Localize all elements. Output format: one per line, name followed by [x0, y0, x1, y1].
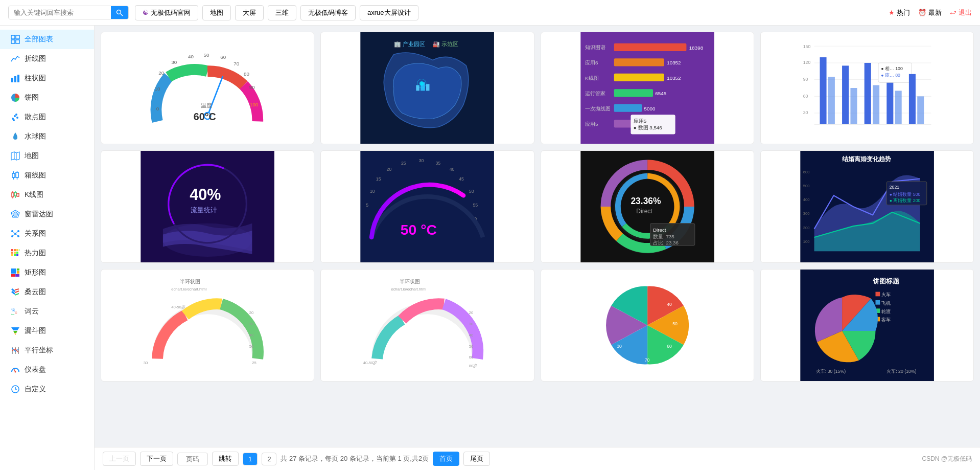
svg-text:18398: 18398: [689, 45, 703, 51]
chart-card-11[interactable]: 40 50 60 70 30: [541, 269, 754, 382]
sidebar-item-line[interactable]: 折线图: [0, 49, 94, 69]
page-number-input[interactable]: [177, 453, 208, 465]
nav-tab-bigscreen[interactable]: 大屏: [235, 5, 264, 20]
nav-tab-official[interactable]: ☯ 无极低码官网: [135, 5, 198, 20]
sidebar-item-radar[interactable]: 窗雷达图: [0, 205, 94, 224]
chart-card-12[interactable]: 饼图标题 火车 飞机 轮渡 客车: [760, 269, 974, 382]
sidebar-item-heat[interactable]: 热力图: [0, 243, 94, 263]
bar-icon: [10, 73, 20, 83]
new-button[interactable]: ⏰ 最新: [918, 8, 942, 17]
nav-tab-map[interactable]: 地图: [202, 5, 231, 20]
parallel-icon: [10, 345, 20, 355]
svg-marker-64: [13, 331, 17, 333]
funnel-icon: [10, 326, 20, 336]
svg-line-58: [15, 291, 19, 293]
sidebar-item-bar[interactable]: 柱状图: [0, 69, 94, 88]
svg-point-92: [419, 81, 424, 86]
radar-icon: [10, 209, 20, 219]
box-icon: [10, 170, 20, 181]
sidebar-label: 窗雷达图: [25, 210, 53, 219]
jump-button[interactable]: 跳转: [212, 452, 239, 466]
svg-point-70: [15, 371, 16, 373]
sidebar-item-box[interactable]: 箱线图: [0, 166, 94, 185]
svg-text:300: 300: [803, 211, 810, 216]
sidebar-item-rect[interactable]: 矩形图: [0, 263, 94, 282]
sidebar-label: 饼图: [25, 93, 39, 102]
sidebar-item-scatter[interactable]: 散点图: [0, 107, 94, 127]
svg-rect-48: [14, 254, 16, 256]
sidebar-label: 地图: [25, 151, 39, 161]
svg-rect-2: [11, 35, 15, 39]
svg-text:40-50岁: 40-50岁: [363, 361, 378, 365]
sidebar-item-gauge[interactable]: 仪表盘: [0, 360, 94, 379]
svg-rect-104: [614, 74, 664, 81]
sidebar-item-relation[interactable]: 关系图: [0, 224, 94, 243]
exit-button[interactable]: ⮐ 退出: [950, 8, 972, 17]
svg-text:客车: 客车: [881, 317, 891, 322]
sidebar-item-funnel[interactable]: 漏斗图: [0, 321, 94, 341]
sidebar-item-kline[interactable]: K线图: [0, 185, 94, 205]
svg-line-57: [15, 289, 19, 290]
chart-card-3[interactable]: 知识图谱 18398 应用6 10352 K线图 10352 运行管家 6545…: [541, 32, 754, 144]
svg-rect-8: [17, 75, 19, 82]
rect-icon: [10, 267, 20, 278]
page-1-button[interactable]: 1: [243, 453, 258, 465]
home-page-button[interactable]: 首页: [433, 452, 459, 466]
svg-rect-44: [11, 252, 13, 254]
svg-rect-22: [12, 193, 14, 197]
prev-page-button[interactable]: 上一页: [103, 452, 136, 466]
svg-rect-47: [11, 254, 13, 256]
svg-text:● 数图  3,546: ● 数图 3,546: [633, 125, 662, 130]
sidebar-item-parallel[interactable]: 平行坐标: [0, 341, 94, 360]
chart-card-10[interactable]: 半环状图 echart.io/echart.html 40-50岁 20 30 …: [320, 269, 534, 382]
page-2-button[interactable]: 2: [262, 453, 276, 465]
chart-card-5[interactable]: 40% 流量统计: [101, 150, 314, 263]
search-button[interactable]: [111, 6, 128, 19]
svg-text:● 结婚数量  500: ● 结婚数量 500: [889, 192, 920, 197]
nav-tab-axrue[interactable]: axrue大屏设计: [360, 5, 418, 20]
sidebar-item-custom[interactable]: 自定义: [0, 379, 94, 399]
svg-rect-42: [16, 249, 18, 251]
chart-card-6[interactable]: 5 10 15 20 25 30 35 40 45 50 55 60: [320, 150, 534, 263]
svg-rect-131: [842, 65, 849, 124]
svg-rect-45: [14, 252, 16, 254]
svg-text:40-50岁: 40-50岁: [171, 305, 185, 309]
svg-rect-107: [614, 89, 652, 97]
end-page-button[interactable]: 尾页: [463, 452, 490, 466]
nav-tab-3d[interactable]: 三维: [268, 5, 296, 20]
svg-text:35: 35: [436, 161, 441, 166]
sidebar-label: 柱状图: [25, 74, 46, 83]
chart-card-8[interactable]: 结婚离婚变化趋势 600 500 400 300 200 100: [760, 150, 974, 263]
sidebar-item-water[interactable]: 水球图: [0, 127, 94, 146]
map-icon: [10, 151, 20, 161]
sidebar-item-all[interactable]: 全部图表: [0, 30, 94, 49]
sang-icon: [10, 287, 20, 297]
scatter-icon: [10, 112, 20, 122]
svg-text:23.36%: 23.36%: [631, 196, 661, 206]
svg-text:50: 50: [469, 189, 474, 194]
svg-text:2021: 2021: [889, 185, 899, 190]
svg-text:结婚离婚变化趋势: 结婚离婚变化趋势: [842, 155, 891, 163]
search-input[interactable]: [9, 6, 111, 19]
chart-card-1[interactable]: 0 10 20 30 40 50 60 70 80 90 100: [101, 32, 314, 144]
sidebar-item-sang[interactable]: 桑云图: [0, 282, 94, 302]
svg-text:占比: 23.36: 占比: 23.36: [653, 240, 679, 245]
sidebar-label: 散点图: [25, 113, 46, 122]
svg-text:70: 70: [644, 357, 649, 363]
sidebar-item-wordcloud[interactable]: 词云text 词云: [0, 302, 94, 321]
sidebar-item-pie[interactable]: 饼图: [0, 88, 94, 107]
chart-card-4[interactable]: 150 120 90 60 30: [760, 32, 974, 144]
chart-card-2[interactable]: 🏢 产业园区 🏭 示范区: [320, 32, 534, 144]
sidebar-item-map[interactable]: 地图: [0, 146, 94, 166]
hot-button[interactable]: ★ 热门: [889, 8, 910, 17]
chart-card-7[interactable]: 23.36% Direct Direct 数量: 735 占比: 23.36: [541, 150, 754, 263]
next-page-button[interactable]: 下一页: [140, 452, 173, 466]
svg-rect-141: [917, 96, 924, 124]
svg-text:轮渡: 轮渡: [881, 309, 891, 314]
svg-text:6545: 6545: [655, 91, 666, 96]
svg-text:运行管家: 运行管家: [585, 91, 605, 96]
chart-card-9[interactable]: 半环状图 echart.io/echart.html 30 40-50岁 25: [101, 269, 314, 382]
nav-tab-blog[interactable]: 无极低码博客: [300, 5, 356, 20]
svg-rect-53: [11, 274, 15, 277]
svg-text:150: 150: [803, 44, 811, 49]
